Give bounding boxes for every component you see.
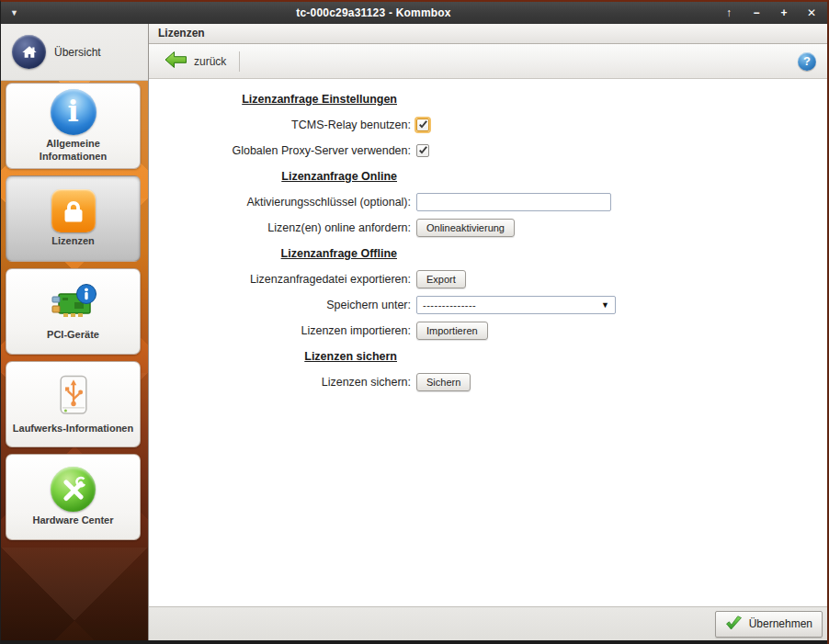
global-proxy-label: Globalen Proxy-Server verwenden: <box>149 144 411 157</box>
global-proxy-checkbox[interactable] <box>416 144 429 157</box>
back-button-label: zurück <box>194 55 226 68</box>
page-title: Lizenzen <box>149 24 827 44</box>
uebernehmen-button[interactable]: Übernehmen <box>715 611 823 638</box>
lock-icon <box>51 189 96 232</box>
tcms-relay-checkbox[interactable] <box>416 119 429 131</box>
sidebar-item-hardware-center[interactable]: Hardware Center <box>6 454 141 540</box>
section-heading-einstellungen: Lizenzanfrage Einstellungen <box>149 93 411 106</box>
window-title: tc-000c29a31123 - Kommbox <box>25 6 722 19</box>
online-request-label: Lizenz(en) online anfordern: <box>149 221 411 234</box>
sidebar-item-label: Lizenzen <box>51 235 94 248</box>
footer-bar: Übernehmen <box>149 606 827 640</box>
sidebar-item-label: Übersicht <box>54 46 101 59</box>
import-licenses-label: Lizenzen importieren: <box>149 324 411 337</box>
close-window-icon[interactable]: ✕ <box>805 6 818 19</box>
activation-key-input[interactable] <box>416 193 611 211</box>
sidebar-item-laufwerks-informationen[interactable]: Laufwerks-Informationen <box>6 361 141 447</box>
sidebar-item-allgemeine-informationen[interactable]: i Allgemeine Informationen <box>6 83 141 169</box>
sidebar-item-label: Laufwerks-Informationen <box>13 423 133 435</box>
home-icon <box>12 35 46 69</box>
backup-licenses-label: Lizenzen sichern: <box>149 376 411 389</box>
usb-drive-icon <box>54 374 93 420</box>
tcms-relay-label: TCMS-Relay benutzen: <box>149 119 411 131</box>
select-value: -------------- <box>423 299 601 311</box>
importieren-button[interactable]: Importieren <box>416 322 488 340</box>
minimize-window-icon[interactable]: − <box>750 6 763 19</box>
uebernehmen-button-label: Übernehmen <box>749 617 812 630</box>
toolbar: zurück ? <box>149 44 827 79</box>
checkmark-icon <box>725 616 743 633</box>
back-arrow-icon <box>164 51 187 73</box>
window-menu-icon[interactable]: ▼ <box>10 8 25 17</box>
sidebar-item-label: Allgemeine Informationen <box>13 138 134 164</box>
license-form: Lizenzanfrage Einstellungen TCMS-Relay b… <box>149 79 827 606</box>
sidebar-item-lizenzen[interactable]: Lizenzen <box>6 175 141 262</box>
save-under-label: Speichern unter: <box>149 299 411 311</box>
maximize-window-icon[interactable]: + <box>778 6 790 19</box>
section-heading-sichern: Lizenzen sichern <box>149 350 411 363</box>
toolbar-separator <box>239 51 240 72</box>
sidebar-item-uebersicht[interactable]: Übersicht <box>1 24 148 81</box>
export-button[interactable]: Export <box>416 270 466 288</box>
section-heading-offline: Lizenzanfrage Offline <box>149 247 411 260</box>
export-request-label: Lizenzanfragedatei exportieren: <box>149 273 411 286</box>
shade-window-icon[interactable]: ↑ <box>722 6 735 19</box>
titlebar: ▼ tc-000c29a31123 - Kommbox ↑ − + ✕ <box>1 2 827 24</box>
chevron-down-icon: ▼ <box>601 300 609 310</box>
save-under-select[interactable]: -------------- ▼ <box>416 296 616 314</box>
onlineaktivierung-button[interactable]: Onlineaktivierung <box>416 219 515 237</box>
sidebar: Übersicht i Allgemeine Informationen <box>1 24 148 640</box>
sichern-button[interactable]: Sichern <box>416 373 471 391</box>
sidebar-item-label: PCI-Geräte <box>47 329 99 342</box>
tools-icon <box>51 467 96 512</box>
pci-card-icon <box>50 282 97 326</box>
main-panel: Lizenzen zurück <box>148 24 827 640</box>
section-heading-online: Lizenzanfrage Online <box>149 170 411 183</box>
info-icon: i <box>51 89 97 135</box>
help-icon[interactable]: ? <box>798 52 816 71</box>
sidebar-item-pci-geraete[interactable]: PCI-Geräte <box>6 268 141 355</box>
activation-key-label: Aktivierungsschlüssel (optional): <box>149 196 411 209</box>
sidebar-item-label: Hardware Center <box>32 514 113 527</box>
back-button[interactable]: zurück <box>160 49 230 74</box>
app-window: ▼ tc-000c29a31123 - Kommbox ↑ − + ✕ Über… <box>0 0 829 644</box>
